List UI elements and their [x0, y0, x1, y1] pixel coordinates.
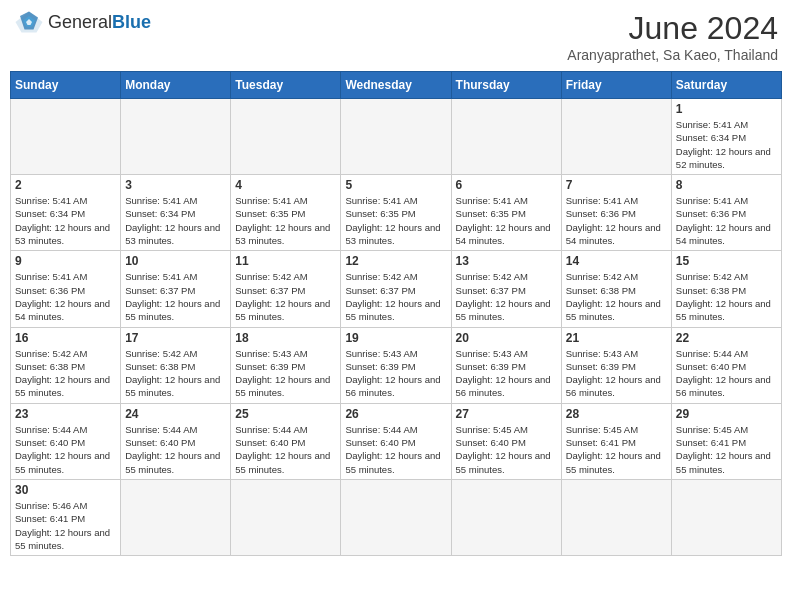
day-info: Sunrise: 5:41 AMSunset: 6:34 PMDaylight:… [125, 194, 226, 247]
calendar-cell [341, 479, 451, 555]
day-number: 10 [125, 254, 226, 268]
day-number: 21 [566, 331, 667, 345]
day-info: Sunrise: 5:44 AMSunset: 6:40 PMDaylight:… [676, 347, 777, 400]
day-info: Sunrise: 5:43 AMSunset: 6:39 PMDaylight:… [345, 347, 446, 400]
day-number: 11 [235, 254, 336, 268]
calendar-cell: 11Sunrise: 5:42 AMSunset: 6:37 PMDayligh… [231, 251, 341, 327]
calendar-week-5: 23Sunrise: 5:44 AMSunset: 6:40 PMDayligh… [11, 403, 782, 479]
col-header-saturday: Saturday [671, 72, 781, 99]
calendar-cell: 15Sunrise: 5:42 AMSunset: 6:38 PMDayligh… [671, 251, 781, 327]
location-title: Aranyaprathet, Sa Kaeo, Thailand [567, 47, 778, 63]
day-info: Sunrise: 5:43 AMSunset: 6:39 PMDaylight:… [456, 347, 557, 400]
calendar-cell [561, 99, 671, 175]
day-number: 5 [345, 178, 446, 192]
day-number: 17 [125, 331, 226, 345]
calendar-cell [451, 99, 561, 175]
day-number: 25 [235, 407, 336, 421]
day-info: Sunrise: 5:42 AMSunset: 6:38 PMDaylight:… [566, 270, 667, 323]
calendar-cell: 16Sunrise: 5:42 AMSunset: 6:38 PMDayligh… [11, 327, 121, 403]
day-number: 20 [456, 331, 557, 345]
calendar-cell: 23Sunrise: 5:44 AMSunset: 6:40 PMDayligh… [11, 403, 121, 479]
calendar-cell: 4Sunrise: 5:41 AMSunset: 6:35 PMDaylight… [231, 175, 341, 251]
col-header-thursday: Thursday [451, 72, 561, 99]
calendar-cell: 24Sunrise: 5:44 AMSunset: 6:40 PMDayligh… [121, 403, 231, 479]
logo-icon [14, 10, 44, 34]
day-info: Sunrise: 5:41 AMSunset: 6:37 PMDaylight:… [125, 270, 226, 323]
calendar-header-row: SundayMondayTuesdayWednesdayThursdayFrid… [11, 72, 782, 99]
day-number: 6 [456, 178, 557, 192]
calendar-cell: 26Sunrise: 5:44 AMSunset: 6:40 PMDayligh… [341, 403, 451, 479]
page-header: GeneralBlue June 2024 Aranyaprathet, Sa … [10, 10, 782, 63]
calendar-cell: 25Sunrise: 5:44 AMSunset: 6:40 PMDayligh… [231, 403, 341, 479]
calendar-cell [671, 479, 781, 555]
calendar-cell: 9Sunrise: 5:41 AMSunset: 6:36 PMDaylight… [11, 251, 121, 327]
calendar-cell: 29Sunrise: 5:45 AMSunset: 6:41 PMDayligh… [671, 403, 781, 479]
calendar-cell: 17Sunrise: 5:42 AMSunset: 6:38 PMDayligh… [121, 327, 231, 403]
day-info: Sunrise: 5:45 AMSunset: 6:40 PMDaylight:… [456, 423, 557, 476]
day-info: Sunrise: 5:42 AMSunset: 6:38 PMDaylight:… [676, 270, 777, 323]
col-header-monday: Monday [121, 72, 231, 99]
day-info: Sunrise: 5:44 AMSunset: 6:40 PMDaylight:… [235, 423, 336, 476]
day-info: Sunrise: 5:44 AMSunset: 6:40 PMDaylight:… [345, 423, 446, 476]
day-info: Sunrise: 5:42 AMSunset: 6:37 PMDaylight:… [345, 270, 446, 323]
title-block: June 2024 Aranyaprathet, Sa Kaeo, Thaila… [567, 10, 778, 63]
day-info: Sunrise: 5:44 AMSunset: 6:40 PMDaylight:… [15, 423, 116, 476]
day-number: 3 [125, 178, 226, 192]
logo-text: GeneralBlue [48, 12, 151, 33]
day-number: 7 [566, 178, 667, 192]
day-number: 4 [235, 178, 336, 192]
day-info: Sunrise: 5:41 AMSunset: 6:35 PMDaylight:… [456, 194, 557, 247]
day-number: 22 [676, 331, 777, 345]
logo: GeneralBlue [14, 10, 151, 34]
calendar-week-2: 2Sunrise: 5:41 AMSunset: 6:34 PMDaylight… [11, 175, 782, 251]
day-info: Sunrise: 5:45 AMSunset: 6:41 PMDaylight:… [676, 423, 777, 476]
calendar-cell: 30Sunrise: 5:46 AMSunset: 6:41 PMDayligh… [11, 479, 121, 555]
day-number: 14 [566, 254, 667, 268]
calendar-week-4: 16Sunrise: 5:42 AMSunset: 6:38 PMDayligh… [11, 327, 782, 403]
day-info: Sunrise: 5:41 AMSunset: 6:36 PMDaylight:… [676, 194, 777, 247]
calendar-cell: 14Sunrise: 5:42 AMSunset: 6:38 PMDayligh… [561, 251, 671, 327]
day-info: Sunrise: 5:41 AMSunset: 6:35 PMDaylight:… [235, 194, 336, 247]
day-info: Sunrise: 5:41 AMSunset: 6:35 PMDaylight:… [345, 194, 446, 247]
calendar-cell: 1Sunrise: 5:41 AMSunset: 6:34 PMDaylight… [671, 99, 781, 175]
calendar-cell: 7Sunrise: 5:41 AMSunset: 6:36 PMDaylight… [561, 175, 671, 251]
day-info: Sunrise: 5:44 AMSunset: 6:40 PMDaylight:… [125, 423, 226, 476]
day-info: Sunrise: 5:43 AMSunset: 6:39 PMDaylight:… [566, 347, 667, 400]
calendar-cell: 28Sunrise: 5:45 AMSunset: 6:41 PMDayligh… [561, 403, 671, 479]
calendar-cell: 13Sunrise: 5:42 AMSunset: 6:37 PMDayligh… [451, 251, 561, 327]
calendar-cell [341, 99, 451, 175]
calendar-cell: 2Sunrise: 5:41 AMSunset: 6:34 PMDaylight… [11, 175, 121, 251]
day-number: 19 [345, 331, 446, 345]
calendar-cell: 20Sunrise: 5:43 AMSunset: 6:39 PMDayligh… [451, 327, 561, 403]
calendar-cell [231, 479, 341, 555]
day-info: Sunrise: 5:45 AMSunset: 6:41 PMDaylight:… [566, 423, 667, 476]
calendar-cell [561, 479, 671, 555]
calendar-cell: 5Sunrise: 5:41 AMSunset: 6:35 PMDaylight… [341, 175, 451, 251]
calendar-cell: 19Sunrise: 5:43 AMSunset: 6:39 PMDayligh… [341, 327, 451, 403]
day-info: Sunrise: 5:46 AMSunset: 6:41 PMDaylight:… [15, 499, 116, 552]
col-header-sunday: Sunday [11, 72, 121, 99]
day-number: 15 [676, 254, 777, 268]
calendar-week-6: 30Sunrise: 5:46 AMSunset: 6:41 PMDayligh… [11, 479, 782, 555]
day-info: Sunrise: 5:41 AMSunset: 6:36 PMDaylight:… [15, 270, 116, 323]
calendar-cell [121, 479, 231, 555]
day-number: 29 [676, 407, 777, 421]
day-number: 27 [456, 407, 557, 421]
calendar-cell [121, 99, 231, 175]
calendar-cell: 8Sunrise: 5:41 AMSunset: 6:36 PMDaylight… [671, 175, 781, 251]
calendar-cell: 27Sunrise: 5:45 AMSunset: 6:40 PMDayligh… [451, 403, 561, 479]
day-info: Sunrise: 5:42 AMSunset: 6:37 PMDaylight:… [235, 270, 336, 323]
day-number: 24 [125, 407, 226, 421]
day-number: 30 [15, 483, 116, 497]
calendar-cell [451, 479, 561, 555]
col-header-tuesday: Tuesday [231, 72, 341, 99]
calendar-cell: 18Sunrise: 5:43 AMSunset: 6:39 PMDayligh… [231, 327, 341, 403]
day-number: 23 [15, 407, 116, 421]
calendar-cell: 22Sunrise: 5:44 AMSunset: 6:40 PMDayligh… [671, 327, 781, 403]
day-number: 16 [15, 331, 116, 345]
day-info: Sunrise: 5:42 AMSunset: 6:37 PMDaylight:… [456, 270, 557, 323]
calendar-cell: 12Sunrise: 5:42 AMSunset: 6:37 PMDayligh… [341, 251, 451, 327]
day-number: 12 [345, 254, 446, 268]
day-number: 13 [456, 254, 557, 268]
col-header-wednesday: Wednesday [341, 72, 451, 99]
